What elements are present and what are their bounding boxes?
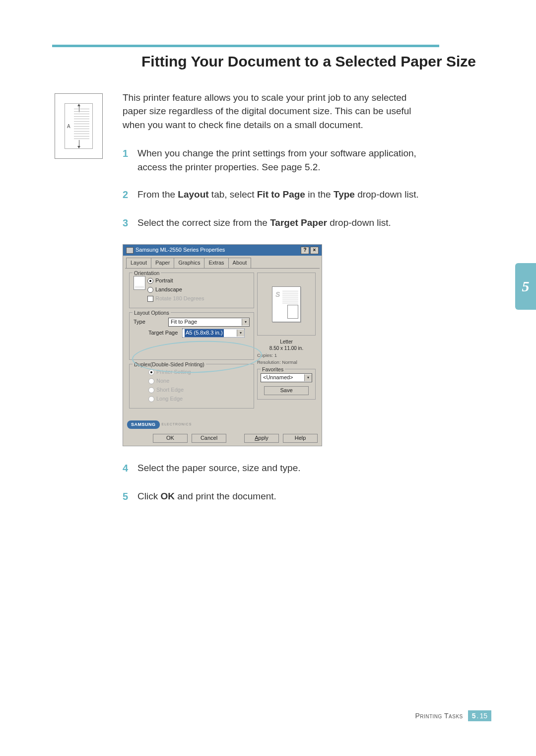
step-2: 2 From the Layout tab, select Fit to Pag… [123, 188, 430, 202]
ok-button[interactable]: OK [153, 434, 188, 443]
apply-button[interactable]: Apply [244, 434, 279, 443]
target-page-row: Target Page A5 (5.8x8.3 in.) ▾ [148, 329, 250, 338]
duplex-group: Duplex(Double-Sided Printing) Printer Se… [129, 364, 254, 409]
dialog-titlebar: Samsung ML-2550 Series Properties ? × [123, 245, 322, 256]
samsung-logo: SAMSUNG [127, 420, 160, 429]
illustration-a-label: A [67, 123, 70, 129]
orientation-group: Orientation Portrait [129, 273, 254, 308]
chevron-down-icon: ▾ [237, 330, 244, 337]
step-1: 1 When you change the print settings fro… [123, 146, 430, 174]
page-title: Fitting Your Document to a Selected Pape… [141, 52, 489, 71]
radio-short-edge[interactable]: Short Edge [148, 386, 250, 394]
radio-landscape[interactable]: Landscape [147, 286, 204, 294]
step-text: Select the paper source, size and type. [137, 461, 430, 476]
type-label: Type [134, 318, 168, 326]
group-title: Favorites [261, 366, 285, 373]
dialog-title: Samsung ML-2550 Series Properties [135, 246, 225, 254]
radio-printer-setting[interactable]: Printer Setting [148, 368, 250, 376]
dialog-button-row: OK Cancel Apply Help [123, 431, 322, 446]
radio-icon [148, 387, 154, 393]
dropdown-value: <Unnamed> [263, 374, 293, 382]
copies-text: Copies: 1 [257, 352, 316, 358]
tab-extras[interactable]: Extras [204, 258, 228, 268]
favorites-dropdown[interactable]: <Unnamed> ▾ [261, 373, 312, 382]
radio-portrait[interactable]: Portrait [147, 277, 204, 285]
step-number: 5 [123, 489, 137, 504]
properties-dialog: Samsung ML-2550 Series Properties ? × La… [123, 244, 322, 446]
radio-icon [148, 369, 154, 375]
step-text: Select the correct size from the Target … [137, 216, 430, 230]
step-number: 2 [123, 188, 137, 202]
paper-dimensions: 8.50 x 11.00 in. [257, 345, 316, 351]
radio-icon [147, 287, 153, 293]
checkbox-icon [147, 296, 153, 302]
step-number: 4 [123, 461, 137, 476]
cancel-button[interactable]: Cancel [192, 434, 226, 443]
radio-icon [147, 278, 153, 284]
brand-row: SAMSUNG ELECTRONICS [123, 418, 322, 431]
page-footer: Printing Tasks 5.15 [415, 710, 491, 721]
step-text: From the Layout tab, select Fit to Page … [137, 188, 430, 202]
preview-pane: S [257, 273, 316, 336]
group-title: Duplex(Double-Sided Printing) [133, 361, 206, 368]
layout-options-group: Layout Options Type Fit to Page ▾ Target… [129, 312, 254, 360]
tab-graphics[interactable]: Graphics [174, 258, 204, 268]
scale-illustration: A [55, 93, 103, 159]
target-page-label: Target Page [148, 329, 182, 337]
radio-icon [148, 396, 154, 402]
footer-page-badge: 5.15 [468, 710, 491, 721]
tab-strip: Layout Paper Graphics Extras About [123, 256, 322, 268]
step-4: 4 Select the paper source, size and type… [123, 461, 430, 476]
radio-none[interactable]: None [148, 377, 250, 385]
tab-layout[interactable]: Layout [126, 258, 151, 268]
top-rule [52, 45, 439, 47]
favorites-group: Favorites <Unnamed> ▾ Save [257, 369, 316, 400]
brand-subtext: ELECTRONICS [162, 422, 192, 427]
step-number: 1 [123, 146, 137, 174]
step-text: When you change the print settings from … [137, 146, 430, 174]
resolution-text: Resolution: Normal [257, 359, 316, 365]
chapter-number: 5 [522, 278, 530, 295]
chevron-down-icon: ▾ [242, 319, 249, 326]
step-number: 3 [123, 216, 137, 230]
paper-name: Letter [257, 339, 316, 345]
printer-icon [126, 247, 134, 254]
help-button[interactable]: ? [301, 247, 309, 254]
dropdown-value: Fit to Page [171, 318, 197, 326]
chevron-down-icon: ▾ [304, 374, 312, 381]
step-3: 3 Select the correct size from the Targe… [123, 216, 430, 230]
help-button[interactable]: Help [283, 434, 318, 443]
preview-info: Letter 8.50 x 11.00 in. Copies: 1 Resolu… [257, 339, 316, 366]
footer-section-label: Printing Tasks [415, 712, 463, 720]
radio-icon [148, 378, 154, 384]
chapter-side-tab: 5 [515, 263, 536, 310]
dropdown-value: A5 (5.8x8.3 in.) [185, 329, 224, 337]
step-text: Click OK and print the document. [137, 489, 430, 504]
preview-page-icon: S [272, 286, 301, 322]
checkbox-rotate[interactable]: Rotate 180 Degrees [147, 295, 204, 303]
intro-paragraph: This printer feature allows you to scale… [123, 91, 430, 132]
orientation-preview-icon [134, 276, 145, 290]
step-5: 5 Click OK and print the document. [123, 489, 430, 504]
tab-about[interactable]: About [228, 258, 252, 268]
radio-long-edge[interactable]: Long Edge [148, 395, 250, 403]
group-title: Layout Options [133, 309, 171, 317]
type-row: Type Fit to Page ▾ [134, 318, 250, 327]
close-button[interactable]: × [310, 247, 319, 254]
type-dropdown[interactable]: Fit to Page ▾ [168, 318, 250, 327]
target-page-dropdown[interactable]: A5 (5.8x8.3 in.) ▾ [182, 329, 245, 338]
tab-paper[interactable]: Paper [151, 258, 174, 268]
save-button[interactable]: Save [264, 386, 309, 395]
